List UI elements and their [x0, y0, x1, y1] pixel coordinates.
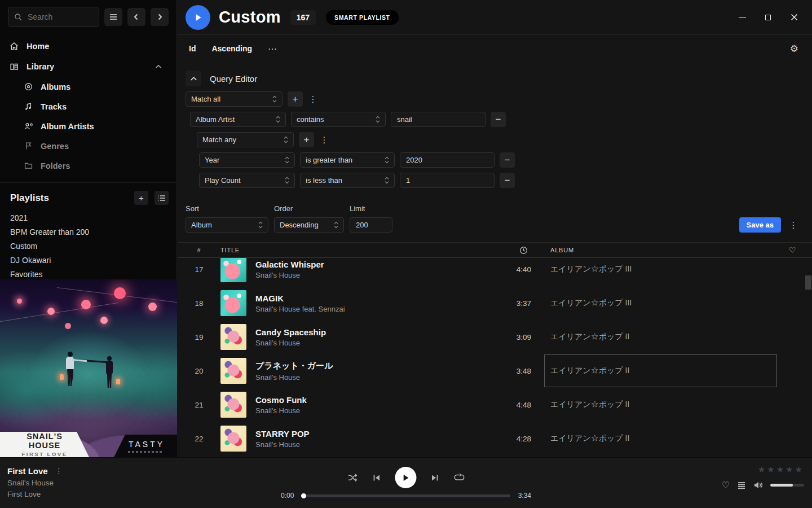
next-track-button[interactable]	[431, 474, 440, 482]
playlist-item[interactable]: DJ Okawari	[10, 253, 169, 267]
table-row[interactable]: 19 Candy Spaceship Snail's House 3:09 エイ…	[178, 320, 812, 354]
chevron-right-icon	[156, 13, 164, 21]
volume-icon[interactable]	[753, 481, 763, 489]
play-pause-button[interactable]	[395, 467, 417, 488]
sidebar-item-albums[interactable]: Albums	[0, 77, 176, 97]
match-type-select[interactable]: Match any	[197, 132, 294, 147]
rule-field-select[interactable]: Album Artist	[190, 112, 286, 127]
group-menu-button[interactable]: ⋮	[308, 94, 318, 104]
track-album-focused[interactable]: エイリアン☆ポップ II	[531, 354, 780, 388]
track-duration: 4:40	[494, 265, 531, 274]
sort-field-button[interactable]: Id	[189, 44, 196, 53]
save-as-button[interactable]: Save as	[739, 217, 781, 233]
volume-slider[interactable]	[770, 484, 804, 487]
now-playing-album-art[interactable]: SNAIL'S HOUSE FIRST LOVE TASTY	[0, 279, 177, 457]
sort-select[interactable]: Album	[186, 217, 268, 233]
remove-rule-button[interactable]: −	[500, 152, 515, 168]
playlist-item[interactable]: BPM Greater than 200	[10, 225, 169, 239]
figure-man	[65, 352, 74, 387]
now-playing-menu-button[interactable]: ⋮	[55, 467, 63, 475]
favorite-button[interactable]: ♡	[722, 480, 730, 491]
previous-track-button[interactable]	[372, 474, 381, 482]
close-button[interactable]	[789, 13, 798, 22]
rule-value-input[interactable]	[400, 152, 495, 168]
table-row[interactable]: 22 STARRY POP Snail's House 4:28 エイリアン☆ポ…	[178, 422, 812, 456]
remove-rule-button[interactable]: −	[500, 173, 515, 188]
now-playing-title[interactable]: First Love	[7, 466, 48, 476]
chevron-up-icon[interactable]	[155, 64, 167, 69]
rule-operator-select[interactable]: is greater than	[300, 152, 395, 168]
column-header-duration[interactable]	[494, 246, 531, 255]
column-header-title[interactable]: TITLE	[220, 247, 494, 253]
remove-rule-button[interactable]: −	[491, 112, 506, 127]
play-playlist-button[interactable]	[186, 5, 210, 30]
rating-stars[interactable]: ★★★★★	[758, 465, 804, 475]
repeat-button[interactable]	[454, 473, 465, 483]
sidebar-item-album-artists[interactable]: Album Artists	[0, 116, 176, 136]
playlist-item[interactable]: Custom	[10, 239, 169, 253]
more-options-button[interactable]: ⋯	[268, 43, 277, 54]
playlist-item[interactable]: 2021	[10, 211, 169, 225]
folder-icon	[24, 161, 33, 170]
track-title: Galactic Whisper	[255, 260, 324, 269]
rule-field-select[interactable]: Play Count	[199, 173, 295, 188]
column-header-album[interactable]: ALBUM	[531, 247, 780, 253]
add-rule-button[interactable]: +	[288, 91, 303, 107]
sidebar-item-library[interactable]: Library	[0, 56, 176, 77]
player-right-controls: ★★★★★ ♡	[722, 465, 804, 491]
collapse-query-editor-button[interactable]	[186, 71, 201, 86]
select-spinner-icon	[385, 156, 389, 164]
scrollbar-thumb[interactable]	[805, 275, 811, 290]
table-row[interactable]: 17 Galactic Whisper Snail's House 4:40 エ…	[178, 258, 812, 286]
now-playing-artist[interactable]: Snail's House	[7, 479, 63, 487]
save-menu-button[interactable]: ⋮	[788, 220, 798, 230]
seek-knob[interactable]	[301, 493, 306, 498]
maximize-button[interactable]	[764, 13, 773, 22]
sort-direction-button[interactable]: Ascending	[211, 44, 252, 53]
rule-field-select[interactable]: Year	[199, 152, 295, 168]
gear-icon[interactable]: ⚙	[790, 43, 798, 55]
search-input[interactable]: Search	[8, 7, 99, 27]
select-spinner-icon	[276, 116, 280, 123]
forward-button[interactable]	[151, 8, 169, 26]
select-spinner-icon	[376, 116, 380, 123]
queue-button[interactable]	[737, 481, 746, 489]
menu-button[interactable]	[104, 8, 122, 26]
order-select[interactable]: Descending	[274, 217, 344, 233]
sidebar-item-folders[interactable]: Folders	[0, 156, 176, 176]
playlist-list-button[interactable]	[155, 191, 169, 205]
back-button[interactable]	[127, 8, 145, 26]
track-title: Candy Spaceship	[255, 327, 326, 337]
column-header-index[interactable]: #	[178, 247, 220, 253]
add-playlist-button[interactable]: +	[134, 191, 148, 205]
add-rule-button[interactable]: +	[299, 132, 314, 147]
album-art-thumbnail	[220, 258, 246, 282]
rule-operator-select[interactable]: contains	[291, 112, 386, 127]
seek-bar[interactable]	[302, 494, 510, 497]
match-type-select[interactable]: Match all	[186, 91, 283, 107]
table-row[interactable]: 21 Cosmo Funk Snail's House 4:48 エイリアン☆ポ…	[178, 388, 812, 422]
limit-input[interactable]	[350, 217, 392, 233]
table-row[interactable]: 20 プラネット・ガール Snail's House 3:48 エイリアン☆ポッ…	[178, 354, 812, 388]
rule-value-input[interactable]	[391, 112, 486, 127]
group-menu-button[interactable]: ⋮	[319, 135, 329, 145]
record-label-logo: TASTY	[126, 440, 165, 449]
list-icon	[158, 195, 166, 202]
lantern-string	[57, 287, 177, 304]
select-spinner-icon	[284, 136, 288, 143]
table-row[interactable]: 18 MAGIK Snail's House feat. Sennzai 3:3…	[178, 286, 812, 320]
sidebar-item-genres[interactable]: Genres	[0, 136, 176, 156]
minimize-button[interactable]	[738, 13, 747, 22]
sidebar-item-home[interactable]: Home	[0, 36, 176, 56]
rule-operator-select[interactable]: is less than	[300, 173, 395, 188]
track-duration: 3:48	[494, 367, 531, 375]
column-header-favorite[interactable]: ♡	[780, 246, 812, 255]
now-playing-album[interactable]: First Love	[7, 490, 63, 498]
track-number: 17	[178, 265, 220, 274]
sidebar-item-tracks[interactable]: Tracks	[0, 97, 176, 116]
sidebar-item-label: Tracks	[41, 102, 67, 111]
shuffle-button[interactable]	[347, 472, 358, 483]
sort-label: Sort	[186, 204, 268, 213]
elapsed-time: 0:00	[281, 492, 294, 500]
rule-value-input[interactable]	[400, 173, 495, 188]
